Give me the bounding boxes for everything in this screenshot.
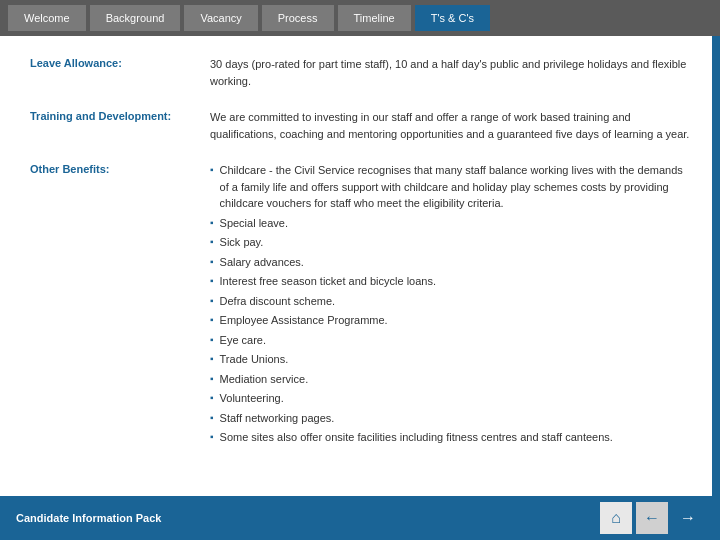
home-button[interactable]: ⌂ bbox=[600, 502, 632, 534]
footer: Candidate Information Pack ⌂ ← → bbox=[0, 496, 720, 540]
tab-ts-cs[interactable]: T's & C's bbox=[415, 5, 490, 31]
next-icon: → bbox=[680, 509, 696, 527]
home-icon: ⌂ bbox=[611, 509, 621, 527]
tab-vacancy[interactable]: Vacancy bbox=[184, 5, 257, 31]
list-item: Defra discount scheme. bbox=[210, 293, 690, 310]
list-item: Childcare - the Civil Service recognises… bbox=[210, 162, 690, 212]
other-benefits-section: Other Benefits: Childcare - the Civil Se… bbox=[30, 162, 690, 449]
main-content: Leave Allowance: 30 days (pro-rated for … bbox=[0, 36, 720, 496]
list-item: Volunteering. bbox=[210, 390, 690, 407]
nav-bar: Welcome Background Vacancy Process Timel… bbox=[0, 0, 720, 36]
training-text: We are committed to investing in our sta… bbox=[210, 109, 690, 142]
list-item: Mediation service. bbox=[210, 371, 690, 388]
list-item: Special leave. bbox=[210, 215, 690, 232]
other-benefits-label: Other Benefits: bbox=[30, 162, 210, 175]
list-item: Employee Assistance Programme. bbox=[210, 312, 690, 329]
list-item: Some sites also offer onsite facilities … bbox=[210, 429, 690, 446]
right-accent-bar bbox=[712, 36, 720, 496]
list-item: Trade Unions. bbox=[210, 351, 690, 368]
footer-label: Candidate Information Pack bbox=[16, 512, 161, 524]
prev-icon: ← bbox=[644, 509, 660, 527]
training-label: Training and Development: bbox=[30, 109, 210, 122]
tab-background[interactable]: Background bbox=[90, 5, 181, 31]
benefits-list: Childcare - the Civil Service recognises… bbox=[210, 162, 690, 446]
tab-welcome[interactable]: Welcome bbox=[8, 5, 86, 31]
tab-timeline[interactable]: Timeline bbox=[338, 5, 411, 31]
leave-allowance-label: Leave Allowance: bbox=[30, 56, 210, 69]
footer-icons: ⌂ ← → bbox=[600, 502, 704, 534]
next-button[interactable]: → bbox=[672, 502, 704, 534]
leave-allowance-section: Leave Allowance: 30 days (pro-rated for … bbox=[30, 56, 690, 89]
list-item: Sick pay. bbox=[210, 234, 690, 251]
leave-allowance-text: 30 days (pro-rated for part time staff),… bbox=[210, 56, 690, 89]
training-section: Training and Development: We are committ… bbox=[30, 109, 690, 142]
list-item: Interest free season ticket and bicycle … bbox=[210, 273, 690, 290]
prev-button[interactable]: ← bbox=[636, 502, 668, 534]
list-item: Staff networking pages. bbox=[210, 410, 690, 427]
list-item: Salary advances. bbox=[210, 254, 690, 271]
list-item: Eye care. bbox=[210, 332, 690, 349]
other-benefits-content: Childcare - the Civil Service recognises… bbox=[210, 162, 690, 449]
tab-process[interactable]: Process bbox=[262, 5, 334, 31]
